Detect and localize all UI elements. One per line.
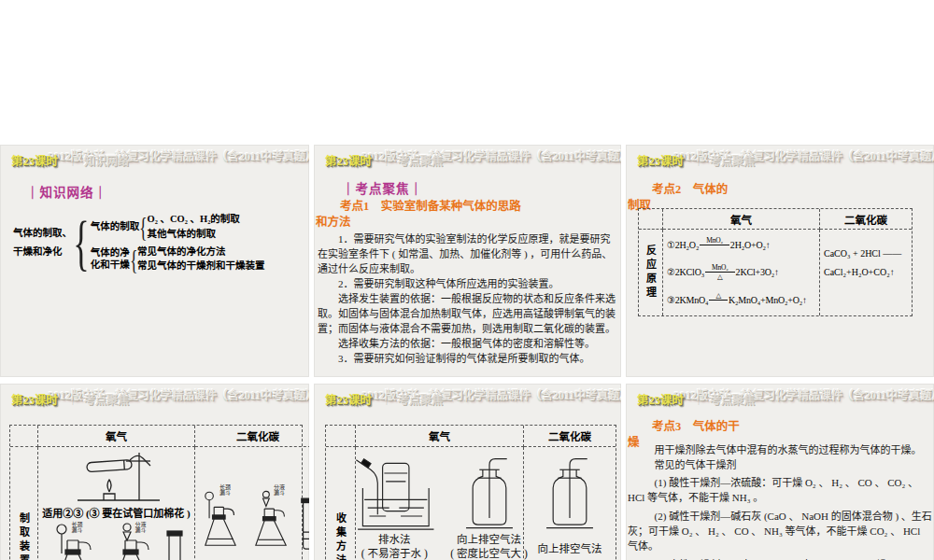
paragraph: (1) 酸性干燥剂—浓硫酸：可干燥 O₂ 、 H₂ 、 CO 、 CO₂ 、 H…: [628, 475, 932, 505]
section-tab-ghost: 考点聚焦: [710, 394, 755, 407]
co2-device-cell: 长颈漏斗 分液漏斗: [195, 447, 309, 560]
section-tab-ghost: 考点聚焦: [84, 394, 129, 407]
slide-thumbnail-3[interactable]: 2012版中考一轮复习化学精品课件（含2011中考真题） 第23课时｜考点聚焦 …: [626, 145, 934, 377]
upward-air-displacement-figure: 向上排空气法: [538, 456, 602, 556]
condition-above: △: [709, 291, 728, 301]
branch-item: 其他气体的制取: [148, 227, 240, 242]
branch-label: 气体的制取: [91, 220, 140, 232]
table-header-co2: 二氧化碳: [820, 209, 912, 230]
equation-products: 2KCl+3O₂↑: [736, 267, 779, 277]
collection-tube-icon: [165, 529, 184, 560]
separating-funnel-flask-figure: 分液漏斗: [107, 522, 158, 560]
heating-apparatus-figure: [68, 449, 165, 503]
condition-above: MnO₂: [700, 236, 729, 245]
funnel-label: 长颈漏斗: [72, 522, 84, 534]
table-header-oxygen: 氧气: [356, 426, 524, 447]
section-title: ｜知识网络｜: [26, 182, 107, 201]
branch-item: 常见气体的净化方法: [137, 245, 265, 259]
branch-label: 气体的净 化和干燥: [91, 246, 130, 271]
collection-tube-figure: [165, 529, 184, 560]
map-branches: 气体的制取 { O₂ 、CO₂ 、H₂的制取 其他气体的制取 气体的净 化和干燥…: [91, 212, 265, 273]
map-branch-production: 气体的制取 { O₂ 、CO₂ 、H₂的制取 其他气体的制取: [91, 212, 265, 242]
reaction-equation: ①2H₂O₂ MnO₂ 2H₂O+O₂↑: [667, 236, 815, 254]
collection-method-table: 氧气 二氧化碳 收集方法: [325, 425, 616, 560]
slide-header: 第23课时｜知识网络: [11, 151, 129, 169]
slide-thumbnail-5[interactable]: 2012版中考一轮复习化学精品课件（含2011中考真题） 第23课时｜考点聚焦 …: [314, 384, 621, 560]
map-root-line1: 气体的制取、: [13, 228, 72, 238]
brace-icon: {: [130, 246, 138, 272]
paragraph: 选择收集方法的依据：一般根据气体的密度和溶解性等。: [318, 336, 618, 351]
table-header-co2: 二氧化碳: [524, 426, 616, 447]
header-divider: ｜: [693, 155, 704, 168]
slide-thumbnail-6[interactable]: 2012版中考一轮复习化学精品课件（含2011中考真题） 第23课时｜考点聚焦 …: [626, 384, 934, 560]
slide-thumbnail-4[interactable]: 2012版中考一轮复习化学精品课件（含2011中考真题） 第23课时｜考点聚焦 …: [0, 384, 309, 560]
reaction-arrow: △: [709, 291, 728, 309]
section-tab-ghost: 知识网络: [84, 155, 129, 168]
condition-below: △: [717, 273, 723, 281]
paragraph: 2．需要研究制取这种气体所应选用的实验装置。: [318, 276, 618, 291]
table-corner-cell: [639, 209, 663, 230]
reaction-arrow: MnO₂ △: [705, 263, 735, 282]
map-branch-purification: 气体的净 化和干燥 { 常见气体的净化方法 常见气体的干燥剂和干燥装置: [91, 245, 265, 274]
slide-thumbnail-2[interactable]: 2012版中考一轮复习化学精品课件（含2011中考真题） 第23课时｜考点聚焦 …: [314, 145, 621, 377]
co2-equation-cell: CaCO₃ + 2HCl —— CaCl₂+H₂O+CO₂↑: [820, 230, 912, 315]
funnel-label: 分液漏斗: [135, 522, 148, 534]
gas-preparation-table: 氧气 二氧化碳 反应原理 ①2H₂O₂ MnO₂ 2H₂O+O₂↑ ②2KClO…: [638, 208, 913, 316]
table-header-oxygen: 氧气: [663, 209, 820, 230]
lesson-badge: 第23课时: [325, 155, 372, 168]
paragraph: 用干燥剂除去气体中混有的水蒸气的过程称为气体的干燥。: [628, 442, 932, 457]
collection-tube-icon: [300, 494, 309, 555]
body-text: 1．需要研究气体的实验室制法的化学反应原理，就是要研究在实验室条件下 ( 如常温…: [318, 231, 618, 366]
section-tab-ghost: 考点聚焦: [710, 155, 755, 168]
equation-reactants: ③2KMnO₄: [667, 295, 708, 305]
slide-header: 第23课时｜考点聚焦: [325, 390, 443, 408]
table-corner-cell: [10, 426, 38, 447]
paragraph: 选择发生装置的依据：一般根据反应物的状态和反应条件来选取。如固体与固体混合加热制…: [318, 291, 618, 336]
preparation-device-table: 氧气 二氧化碳 制取装置: [9, 425, 303, 560]
slide-sorter-canvas: { "watermark_title": "2012版中考一轮复习化学精品课件（…: [0, 0, 934, 560]
funnel-label: 分液漏斗: [274, 484, 286, 497]
lesson-badge: 第23课时: [11, 155, 58, 168]
figure-caption: 排水法: [351, 533, 437, 547]
branch-item: O₂ 、CO₂ 、H₂的制取: [148, 212, 240, 227]
co2-collection-cell: 向上排空气法: [524, 447, 616, 560]
test-tube-heating-icon: [68, 449, 165, 503]
equation-reactants: ②2KClO₃: [667, 267, 704, 277]
oxygen-equations-cell: ①2H₂O₂ MnO₂ 2H₂O+O₂↑ ②2KClO₃ MnO₂ △ 2KCl…: [663, 230, 820, 315]
paragraph: 3．需要研究如何验证制得的气体就是所要制取的气体。: [318, 351, 618, 366]
separating-funnel-flask-figure: 分液漏斗: [249, 484, 292, 555]
paragraph: 常见的气体干燥剂: [628, 457, 932, 472]
condition-above: MnO₂: [705, 263, 735, 273]
figure-caption: ( 密度比空气大 ): [450, 547, 527, 560]
lesson-badge: 第23课时: [637, 155, 684, 168]
section-title: ｜考点聚焦｜: [342, 178, 423, 197]
equation-reactants: ①2H₂O₂: [667, 240, 699, 250]
header-divider: ｜: [381, 155, 392, 168]
table-row-label: 反应原理: [639, 230, 663, 315]
gas-bottle-icon: [462, 456, 517, 533]
figure-caption: 向上排空气法: [538, 542, 602, 556]
table-row-label: 制取装置: [10, 447, 38, 560]
long-neck-funnel-flask-figure: 长颈漏斗: [199, 484, 242, 555]
long-neck-funnel-flask-figure: 长颈漏斗: [50, 522, 100, 560]
slide-header: 第23课时｜考点聚焦: [11, 390, 129, 408]
oxygen-device-cell: 适用②③ (③ 要在试管口加棉花 ) 长颈漏斗: [38, 447, 195, 560]
table-header-co2: 二氧化碳: [195, 426, 309, 447]
section-tab-ghost: 考点聚焦: [398, 155, 443, 168]
table-corner-cell: [326, 426, 356, 447]
equation-products: K₂MnO₄+MnO₂+O₂↑: [729, 295, 807, 305]
reaction-arrow: MnO₂: [700, 236, 729, 254]
figure-caption: ( 不易溶于水 ): [351, 547, 437, 560]
slide-thumbnail-1[interactable]: 2012版中考一轮复习化学精品课件（含2011中考真题） 第23课时｜知识网络 …: [0, 145, 309, 377]
gas-bottle-icon: [543, 456, 597, 533]
equation-products: 2H₂O+O₂↑: [730, 240, 771, 250]
map-root-line2: 干燥和净化: [13, 246, 63, 257]
knowledge-map: 气体的制取、 干燥和净化 { 气体的制取 { O₂ 、CO₂ 、H₂的制取 其他…: [13, 212, 265, 273]
map-root-label: 气体的制取、 干燥和净化: [13, 224, 72, 261]
body-text: 用干燥剂除去气体中混有的水蒸气的过程称为气体的干燥。 常见的气体干燥剂 (1) …: [628, 442, 932, 560]
slide-header: 第23课时｜考点聚焦: [637, 390, 755, 408]
exam-point-heading: 考点1 实验室制备某种气体的思路和方法: [316, 199, 532, 231]
flask-separating-funnel-icon: [249, 484, 292, 555]
reaction-equation: ③2KMnO₄ △ K₂MnO₄+MnO₂+O₂↑: [667, 291, 815, 309]
co2-equation-line1: CaCO₃ + 2HCl ——: [824, 245, 908, 263]
